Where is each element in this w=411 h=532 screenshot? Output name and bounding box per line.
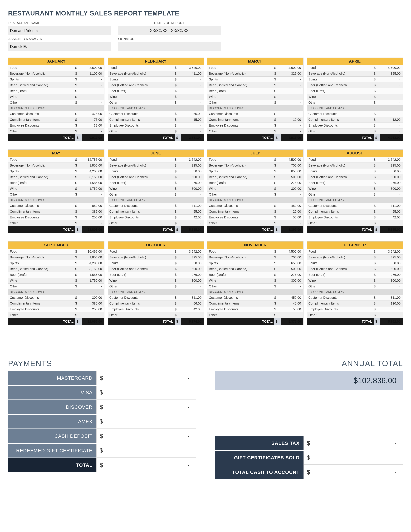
row-value: 12.00 bbox=[379, 118, 401, 122]
currency: $ bbox=[175, 101, 179, 104]
payment-row: VISA$- bbox=[8, 386, 196, 400]
table-row: Other$- bbox=[307, 100, 403, 105]
table-row: Beer (Bottled and Canned)$3,150.00 bbox=[8, 266, 104, 272]
currency: $ bbox=[274, 158, 279, 162]
currency: $ bbox=[274, 279, 279, 283]
currency: $ bbox=[374, 210, 379, 213]
total-label: TOTAL bbox=[10, 228, 75, 231]
table-row: Spirits$4,200.00 bbox=[8, 169, 104, 174]
row-label: Spirits bbox=[10, 170, 75, 173]
row-value: 700.00 bbox=[279, 256, 302, 259]
payment-value[interactable]: - bbox=[108, 429, 196, 443]
dates-field[interactable]: XX/XX/XX - XX/XX/XX bbox=[118, 26, 221, 35]
currency: $ bbox=[175, 204, 179, 208]
row-value: 45.00 bbox=[279, 302, 302, 305]
currency: $ bbox=[374, 72, 379, 76]
table-row: Other$- bbox=[307, 128, 403, 134]
signature-field[interactable] bbox=[118, 42, 221, 51]
currency: $ bbox=[303, 436, 315, 450]
table-row: Beer (Bottled and Canned)$500.00 bbox=[108, 266, 204, 272]
table-row: Beer (Draft)$276.00 bbox=[108, 180, 204, 186]
row-value: 325.00 bbox=[379, 164, 401, 167]
row-value: 15.00 bbox=[179, 118, 202, 122]
row-label: Employee Discounts bbox=[10, 216, 75, 219]
currency: $ bbox=[374, 181, 379, 185]
row-label: Wine bbox=[308, 279, 374, 283]
row-value: - bbox=[279, 313, 302, 317]
restaurant-name-field[interactable]: Don and Arlene's bbox=[8, 26, 111, 35]
row-value: 311.00 bbox=[179, 204, 202, 208]
table-row: Other$- bbox=[307, 192, 403, 198]
table-row: Beverage (Non-Alcoholic)$325.00 bbox=[207, 71, 303, 76]
month-total-value: 5,374.00 bbox=[179, 320, 202, 323]
payment-label: AMEX bbox=[8, 415, 96, 428]
row-label: Food bbox=[308, 250, 374, 253]
summary-value[interactable]: - bbox=[315, 465, 403, 479]
payment-value[interactable]: - bbox=[108, 386, 196, 399]
payment-row: DISCOVER$- bbox=[8, 400, 196, 415]
row-label: Beer (Draft) bbox=[10, 273, 75, 277]
month-header: DECEMBER bbox=[307, 241, 403, 249]
table-row: Employee Discounts$42.00 bbox=[307, 215, 403, 220]
month-table: DECEMBERFood$3,542.00Beverage (Non-Alcoh… bbox=[307, 241, 403, 325]
table-row: Other$- bbox=[8, 192, 104, 198]
row-label: Beverage (Non-Alcoholic) bbox=[209, 256, 274, 259]
row-value: 1,585.00 bbox=[80, 273, 103, 277]
summary-value[interactable]: - bbox=[315, 436, 403, 450]
row-label: Beverage (Non-Alcoholic) bbox=[308, 72, 374, 76]
row-value: 385.00 bbox=[80, 210, 103, 213]
payment-value[interactable]: - bbox=[108, 400, 196, 414]
row-value: - bbox=[279, 193, 302, 196]
table-row: Beer (Bottled and Canned)$500.00 bbox=[108, 174, 204, 180]
table-row: Complimentary Items$12.00 bbox=[307, 117, 403, 123]
currency: $ bbox=[75, 83, 80, 87]
summary-row: SALES TAX$- bbox=[215, 436, 403, 451]
table-row: Beer (Draft)$276.00 bbox=[307, 180, 403, 186]
row-label: Employee Discounts bbox=[308, 307, 374, 311]
table-row: Employee Discounts$42.00 bbox=[108, 215, 204, 220]
table-row: Other$- bbox=[108, 100, 204, 105]
currency: $ bbox=[274, 307, 279, 311]
row-label: Complimentary Items bbox=[308, 210, 374, 213]
row-value: 650.00 bbox=[279, 261, 302, 265]
table-row: Employee Discounts$- bbox=[108, 123, 204, 128]
payment-value[interactable]: - bbox=[108, 444, 196, 457]
month-total-value: 23,805.00 bbox=[80, 228, 103, 231]
currency: $ bbox=[175, 129, 179, 133]
summary-row: TOTAL CASH TO ACCOUNT$- bbox=[215, 465, 403, 480]
payments-total-label: TOTAL bbox=[8, 458, 96, 472]
table-row: Spirits$650.00 bbox=[207, 169, 303, 174]
currency: $ bbox=[274, 267, 279, 271]
payment-value[interactable]: - bbox=[108, 371, 196, 385]
row-label: Other bbox=[10, 101, 75, 104]
row-value: 42.00 bbox=[179, 307, 202, 311]
row-label: Beverage (Non-Alcoholic) bbox=[109, 72, 175, 76]
currency: $ bbox=[374, 261, 379, 265]
row-value: 4,200.00 bbox=[80, 261, 103, 265]
row-value: - bbox=[379, 193, 401, 196]
currency: $ bbox=[274, 101, 279, 104]
currency: $ bbox=[374, 193, 379, 196]
currency: $ bbox=[175, 89, 179, 93]
table-row: Wine$300.00 bbox=[307, 278, 403, 284]
table-row: Complimentary Items$385.00 bbox=[8, 209, 104, 215]
row-value: 1,850.00 bbox=[80, 256, 103, 259]
row-label: Food bbox=[308, 158, 374, 162]
table-row: Beer (Bottled and Canned)$- bbox=[307, 82, 403, 88]
currency: $ bbox=[374, 77, 379, 81]
summary-row: GIFT CERTIFICATES SOLD$- bbox=[215, 451, 403, 465]
currency: $ bbox=[75, 170, 80, 173]
month-header: MARCH bbox=[207, 58, 303, 65]
summary-value[interactable]: - bbox=[315, 451, 403, 465]
payment-row: MASTERCARD$- bbox=[8, 371, 196, 386]
table-row: Spirits$- bbox=[307, 76, 403, 82]
table-row: Employee Discounts$55.00 bbox=[207, 306, 303, 312]
manager-field[interactable]: Derrick E. bbox=[8, 42, 111, 51]
payment-value[interactable]: - bbox=[108, 415, 196, 428]
row-value: 850.00 bbox=[179, 261, 202, 265]
row-label: Spirits bbox=[308, 170, 374, 173]
currency: $ bbox=[175, 136, 179, 140]
table-row: Wine$300.00 bbox=[207, 278, 303, 284]
row-value: 3,520.00 bbox=[179, 66, 202, 70]
table-row: Food$12,755.00 bbox=[8, 157, 104, 163]
